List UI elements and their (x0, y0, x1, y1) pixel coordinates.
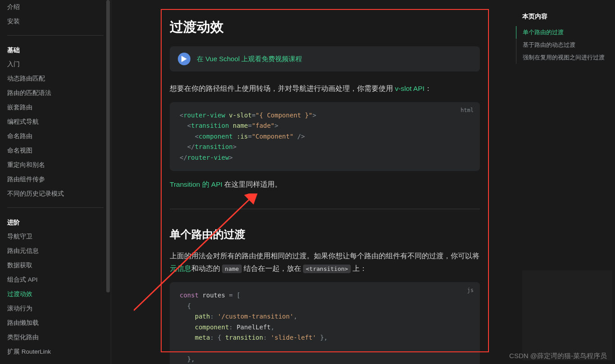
sidebar-item-named-routes[interactable]: 命名路由 (7, 129, 104, 144)
sidebar-item-route-matching-syntax[interactable]: 路由的匹配语法 (7, 86, 104, 100)
annotation-highlight-box: 过渡动效 在 Vue School 上观看免费视频课程 想要在你的路径组件上使用… (161, 9, 489, 352)
sidebar-item-nav-guards[interactable]: 导航守卫 (7, 229, 104, 244)
play-icon (178, 53, 190, 65)
sidebar-item-named-views[interactable]: 命名视图 (7, 144, 104, 158)
sidebar-item-route-props[interactable]: 路由组件传参 (7, 172, 104, 187)
code-block-js: jsconst routes = [ { path: '/custom-tran… (170, 282, 480, 351)
toc-title: 本页内容 (516, 13, 608, 21)
transition-api-link[interactable]: Transition 的 API (170, 180, 222, 188)
sidebar-item-data-fetching[interactable]: 数据获取 (7, 258, 104, 273)
video-course-link[interactable]: 在 Vue School 上观看免费视频课程 (197, 55, 303, 63)
intro-paragraph: 想要在你的路径组件上使用转场，并对导航进行动画处理，你需要使用 v-slot A… (170, 82, 480, 95)
inline-code-name: name (222, 265, 241, 273)
sidebar-item-install[interactable]: 安装 (7, 14, 104, 29)
section-heading-per-route: 单个路由的过渡 (170, 227, 480, 242)
inline-code-transition: <transition> (303, 265, 351, 273)
sidebar-item-dynamic-matching[interactable]: 动态路由匹配 (7, 72, 104, 86)
sidebar-divider (7, 35, 104, 36)
sidebar-item-nested-routes[interactable]: 嵌套路由 (7, 100, 104, 115)
sidebar-section-advanced: 进阶 (7, 219, 104, 227)
sidebar-divider (7, 207, 104, 208)
per-route-paragraph: 上面的用法会对所有的路由使用相同的过渡。如果你想让每个路由的组件有不同的过渡，你… (170, 250, 480, 275)
page-title: 过渡动效 (170, 18, 480, 36)
sidebar-section-basics: 基础 (7, 46, 104, 54)
sidebar-item-getting-started[interactable]: 入门 (7, 57, 104, 72)
sidebar-item-transitions[interactable]: 过渡动效 (7, 287, 104, 301)
video-course-banner[interactable]: 在 Vue School 上观看免费视频课程 (170, 46, 480, 72)
toc-item-force[interactable]: 强制在复用的视图之间进行过渡 (516, 51, 608, 64)
transition-api-paragraph: Transition 的 API 在这里同样适用。 (170, 178, 480, 191)
code-block-html: html<router-view v-slot="{ Component }">… (170, 102, 480, 171)
sidebar-scrollbar[interactable] (106, 0, 110, 292)
main-content: 过渡动效 在 Vue School 上观看免费视频课程 想要在你的路径组件上使用… (111, 0, 516, 364)
meta-link[interactable]: 元信息 (170, 265, 191, 272)
sidebar-item-redirect-alias[interactable]: 重定向和别名 (7, 158, 104, 172)
vslot-api-link[interactable]: v-slot API (395, 85, 424, 92)
toc-item-dynamic[interactable]: 基于路由的动态过渡 (516, 39, 608, 51)
sidebar-item-programmatic-nav[interactable]: 编程式导航 (7, 115, 104, 129)
code-block-js-continued: }, { path: '/other-transition', (170, 352, 480, 364)
sidebar-item-history-mode[interactable]: 不同的历史记录模式 (7, 187, 104, 201)
sidebar-item-extend-routerlink[interactable]: 扩展 RouterLink (7, 345, 104, 359)
blank-overlay (522, 270, 612, 360)
toc-item-per-route[interactable]: 单个路由的过渡 (516, 26, 608, 39)
sidebar-item-typed-routes[interactable]: 类型化路由 (7, 330, 104, 345)
sidebar-item-intro[interactable]: 介绍 (7, 0, 104, 14)
sidebar-item-route-meta[interactable]: 路由元信息 (7, 244, 104, 258)
sidebar-nav: 介绍 安装 基础 入门 动态路由匹配 路由的匹配语法 嵌套路由 编程式导航 命名… (0, 0, 111, 364)
sidebar-item-lazy-loading[interactable]: 路由懒加载 (7, 316, 104, 330)
code-lang-badge: js (467, 286, 474, 295)
sidebar-item-composition-api[interactable]: 组合式 API (7, 273, 104, 287)
code-lang-badge: html (461, 106, 474, 115)
sidebar-item-scroll-behavior[interactable]: 滚动行为 (7, 301, 104, 316)
section-divider (170, 209, 480, 209)
